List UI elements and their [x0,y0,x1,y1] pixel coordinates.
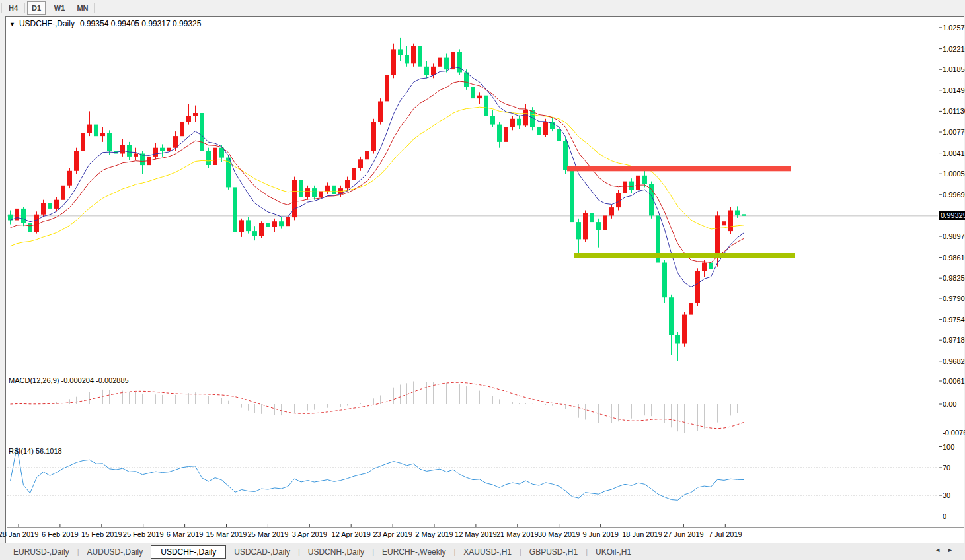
price-axis-tick: 0.98610 [943,254,965,262]
macd-axis-tick: -0.00761 [943,429,965,437]
price-axis-tick: 1.02570 [943,24,965,32]
tab-scroll-left-icon[interactable]: ◄ [935,547,947,553]
price-axis-tick: 1.01850 [943,65,965,73]
price-axis-tick: 0.98970 [943,232,965,240]
price-axis-tick: 0.97180 [943,336,965,344]
macd-axis-tick: 0.00 [943,400,956,408]
rsi-axis-tick: 100 [943,443,954,451]
price-axis-tick: 0.97540 [943,316,965,324]
price-axis-tick: 1.00410 [943,149,965,157]
rsi-axis-tick: 70 [943,464,950,472]
chart-symbol-label: USDCHF-,Daily [19,19,75,28]
price-axis-tick: 1.01130 [943,107,965,115]
price-axis-tick: 1.00050 [943,170,965,178]
rsi-axis-tick: 30 [943,491,950,499]
rsi-indicator-label: RSI(14) 56.1018 [9,447,62,455]
price-axis-tick: 1.02210 [943,45,965,53]
price-axis-tick: 0.99690 [943,191,965,199]
tab-scroll-arrows: ◄► [935,547,960,553]
price-axis-tick: 0.96820 [943,357,965,365]
price-axis-tick: 0.97900 [943,295,965,302]
chart-title: ▼USDCHF-,Daily0.99354 0.99405 0.99317 0.… [9,19,201,28]
price-axis-tick: 1.01490 [943,87,965,94]
price-axis-tick: 0.98250 [943,274,965,282]
macd-indicator-label: MACD(12,26,9) -0.000204 -0.002885 [9,376,129,384]
rsi-axis-tick: 0 [943,512,946,520]
chart-dropdown-icon[interactable]: ▼ [9,21,15,28]
price-axis-tick: 1.00770 [943,128,965,136]
chart-ohlc-values: 0.99354 0.99405 0.99317 0.99325 [80,19,202,28]
macd-axis-tick: 0.00613 [943,377,965,385]
mt4-window: H4D1W1MN ▼USDCHF-,Daily0.99354 0.99405 0… [0,0,965,560]
current-price-label: 0.99325 [939,211,965,220]
chart-canvas[interactable] [0,0,965,560]
date-axis-tick: 7 Jul 2019 [699,530,752,538]
tab-scroll-right-icon[interactable]: ► [947,547,960,553]
